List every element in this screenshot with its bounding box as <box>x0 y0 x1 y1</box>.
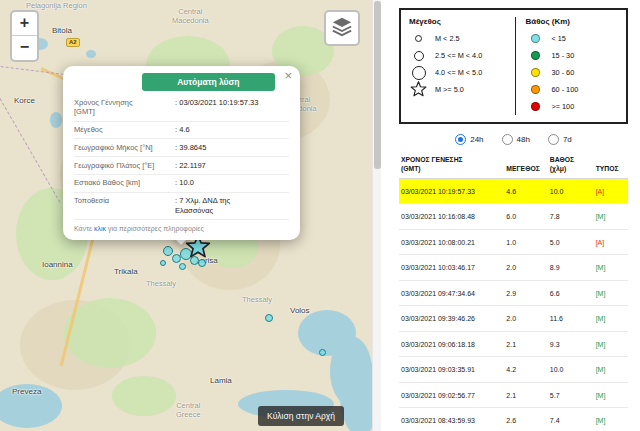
legend-magnitude-items: M < 2.52.5 <= M < 4.04.0 <= M < 5.0M >= … <box>409 30 511 98</box>
table-row[interactable]: 03/03/2021 09:03:35.914.210.0[M] <box>399 357 628 383</box>
map-label-city: Trikala <box>114 267 138 276</box>
depth-dot-icon <box>526 68 545 77</box>
close-icon[interactable]: × <box>284 69 292 82</box>
table-row[interactable]: 03/03/2021 09:39:46.262.011.6[M] <box>399 306 628 332</box>
legend-magnitude-item: M >= 5.0 <box>409 81 511 98</box>
map-label-city: Bitola <box>52 26 72 35</box>
cell-type: [A] <box>594 229 628 255</box>
map-label-region: Central Greece <box>176 402 201 419</box>
cell-type: [M] <box>594 331 628 357</box>
table-row[interactable]: 03/03/2021 09:06:18.182.19.3[M] <box>399 331 628 357</box>
cell-time: 03/03/2021 09:02:56.77 <box>399 382 504 408</box>
map-label-region: Central Macedonia <box>172 8 209 25</box>
popup-fields: Χρόνος Γέννησης [GMT]: 03/03/2021 10:19:… <box>74 94 289 220</box>
forest-area <box>64 298 156 368</box>
table-row[interactable]: 03/03/2021 10:08:00.211.05.0[A] <box>399 229 628 255</box>
cell-time: 03/03/2021 09:06:18.18 <box>399 331 504 357</box>
earthquake-marker[interactable] <box>160 260 166 266</box>
popup-field-value: : 39.8645 <box>175 143 289 153</box>
event-popup: Αυτόματη λύση × Χρόνος Γέννησης [GMT]: 0… <box>63 66 300 240</box>
legend-depth-item: < 15 <box>526 30 623 47</box>
cell-depth: 10.0 <box>548 178 594 204</box>
legend-label: < 15 <box>552 34 566 43</box>
popup-footer: Κάντε κλικ για περισσότερες πληροφορίες <box>74 220 289 232</box>
cell-time: 03/03/2021 09:39:46.26 <box>399 306 504 332</box>
legend-box: Μέγεθος M < 2.52.5 <= M < 4.04.0 <= M < … <box>399 8 628 124</box>
cell-magnitude: 2.6 <box>504 408 548 431</box>
popup-field-value: : 22.1197 <box>175 161 289 171</box>
legend-magnitude-item: 2.5 <= M < 4.0 <box>409 47 511 64</box>
magnitude-circle-icon <box>409 51 428 61</box>
cell-type: [A] <box>594 178 628 204</box>
table-row[interactable]: 03/03/2021 08:43:59.932.67.4[M] <box>399 408 628 431</box>
layers-button[interactable] <box>324 10 360 46</box>
legend-depth-item: 15 - 30 <box>526 47 623 64</box>
lake-area <box>86 50 96 58</box>
legend-magnitude-item: M < 2.5 <box>409 30 511 47</box>
table-row[interactable]: 03/03/2021 09:47:34.642.96.6[M] <box>399 280 628 306</box>
legend-label: 2.5 <= M < 4.0 <box>435 51 482 60</box>
table-row[interactable]: 03/03/2021 10:03:46.172.08.9[M] <box>399 255 628 281</box>
depth-dot-icon <box>531 51 540 60</box>
zoom-out-button[interactable]: − <box>12 36 37 60</box>
cell-depth: 8.9 <box>548 255 594 281</box>
page-scrollbar[interactable] <box>372 0 381 431</box>
filter-24h[interactable]: 24h <box>455 134 483 145</box>
cell-depth: 6.6 <box>548 280 594 306</box>
map-label-region: Thessaly <box>242 296 272 305</box>
more-info-link[interactable]: κλικ <box>94 225 106 232</box>
popup-field-value: : 7 Χλμ. ΔΝΔ της Ελασσόνας <box>175 196 289 216</box>
radio-icon[interactable] <box>455 134 466 145</box>
earthquake-marker[interactable] <box>163 246 173 256</box>
filter-7d[interactable]: 7d <box>548 134 572 145</box>
cell-depth: 10.0 <box>548 357 594 383</box>
depth-dot-icon <box>531 85 540 94</box>
col-header-type: ΤΥΠΟΣ <box>594 154 628 178</box>
cell-depth: 5.7 <box>548 382 594 408</box>
radio-icon[interactable] <box>548 134 559 145</box>
radio-icon[interactable] <box>502 134 513 145</box>
cell-time: 03/03/2021 08:43:59.93 <box>399 408 504 431</box>
map-canvas[interactable]: Pelagonija RegionBitolaA2KorceCentral Ma… <box>0 0 372 431</box>
cell-magnitude: 6.0 <box>504 204 548 230</box>
events-panel: Μέγεθος M < 2.52.5 <= M < 4.04.0 <= M < … <box>381 0 640 431</box>
zoom-in-button[interactable]: + <box>12 12 37 36</box>
depth-dot-icon <box>531 34 540 43</box>
col-header-depth: ΒΑΘΟΣ (χλμ) <box>548 154 594 178</box>
magnitude-circle-icon <box>412 66 426 80</box>
legend-magnitude-item: 4.0 <= M < 5.0 <box>409 64 511 81</box>
cell-magnitude: 2.0 <box>504 306 548 332</box>
popup-field-value: : 4.6 <box>175 125 289 135</box>
cell-depth: 7.8 <box>548 204 594 230</box>
earthquake-marker[interactable] <box>265 314 273 322</box>
legend-label: M < 2.5 <box>435 34 460 43</box>
popup-field-label: Γεωγραφικό Πλάτος [°E] <box>74 161 175 171</box>
depth-dot-icon <box>531 68 540 77</box>
cell-type: [M] <box>594 382 628 408</box>
popup-field: Χρόνος Γέννησης [GMT]: 03/03/2021 10:19:… <box>74 94 289 122</box>
filter-48h[interactable]: 48h <box>502 134 530 145</box>
depth-dot-icon <box>526 51 545 60</box>
magnitude-circle-icon <box>415 35 422 42</box>
cell-type: [M] <box>594 408 628 431</box>
popup-field-label: Γεωγραφικό Μήκος [°N] <box>74 143 175 153</box>
table-row[interactable]: 03/03/2021 10:16:08.486.07.8[M] <box>399 204 628 230</box>
zoom-control: + − <box>10 10 39 62</box>
legend-label: >= 100 <box>552 102 575 111</box>
earthquake-marker[interactable] <box>319 349 326 356</box>
filter-label: 7d <box>563 135 572 144</box>
popup-field: Μέγεθος: 4.6 <box>74 122 289 140</box>
automatic-solution-tab[interactable]: Αυτόματη λύση <box>142 73 275 91</box>
cell-depth: 7.4 <box>548 408 594 431</box>
legend-depth-item: >= 100 <box>526 98 623 115</box>
cell-type: [M] <box>594 280 628 306</box>
magnitude-circle-icon <box>409 35 428 42</box>
col-header-time: ΧΡΟΝΟΣ ΓΕΝΕΣΗΣ (GMT) <box>399 154 504 178</box>
legend-magnitude-title: Μέγεθος <box>409 17 511 26</box>
scroll-to-top-button[interactable]: Κύλιση στην Αρχή <box>258 406 344 426</box>
scrollbar-thumb[interactable] <box>374 1 381 169</box>
table-row[interactable]: 03/03/2021 09:02:56.772.15.7[M] <box>399 382 628 408</box>
table-row[interactable]: 03/03/2021 10:19:57.334.610.0[A] <box>399 178 628 204</box>
filter-label: 24h <box>470 135 483 144</box>
forest-area <box>112 376 176 416</box>
